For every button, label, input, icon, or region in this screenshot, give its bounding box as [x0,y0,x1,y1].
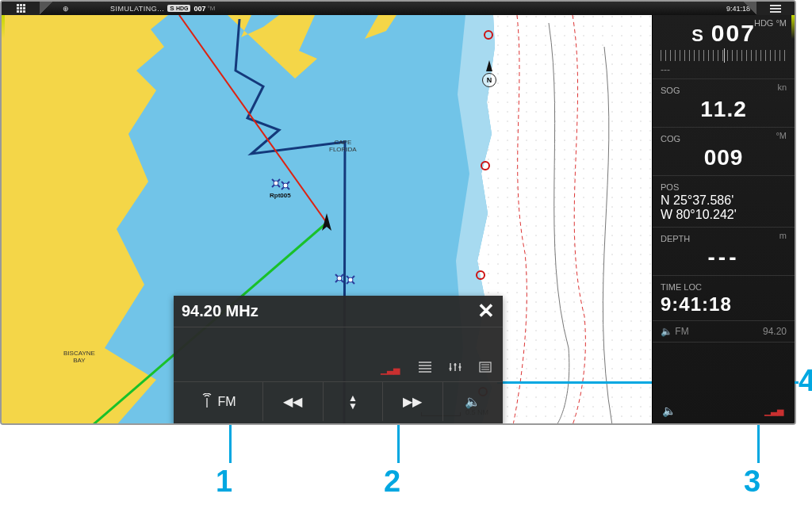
globe-button[interactable]: ⊕ [53,2,79,15]
waypoint-label: Rpt005 [270,192,291,199]
panel-heading[interactable]: HDG °M S 007 --- [653,15,795,79]
hdg-unit-label: HDG °M [754,18,787,28]
signal-icon: ▁▃▅ [764,406,783,416]
menu-button[interactable] [756,2,795,15]
instrument-bar: HDG °M S 007 --- SOG kn 11.2 COG °M 009 … [652,15,795,425]
signal-icon: ▁▃▅ [381,365,400,375]
hamburger-icon [770,5,781,13]
pos-latitude: N 25°37.586' [661,193,787,208]
svg-point-6 [283,183,288,188]
sliders-icon [449,362,462,373]
compass-n-label: N [482,73,496,87]
cog-label: COG [661,134,680,144]
rewind-icon: ◀◀ [283,394,302,409]
hdg-value: 007 [711,20,756,47]
antenna-icon [201,393,213,410]
accent-bar [791,15,795,39]
hdg-direction: S [691,25,703,46]
svg-point-15 [458,365,461,368]
north-arrow-icon [486,60,492,71]
heading-ruler [661,50,787,61]
menu-icon [479,362,492,373]
topbar-hdg-value: 007 [193,5,205,13]
panel-depth[interactable]: DEPTH m --- [653,228,795,276]
panel-time[interactable]: TIME LOC 9:41:18 [653,276,795,321]
favorites-button[interactable] [419,362,431,375]
panel-position[interactable]: POS N 25°37.586' W 80°10.242' [653,176,795,228]
sog-value: 11.2 [661,97,787,122]
svg-point-5 [274,181,278,186]
decor-chevron [743,2,757,15]
options-button[interactable] [449,362,462,375]
hdg-dash: --- [661,64,787,75]
svg-point-13 [449,367,451,369]
accent-bar [2,15,5,39]
next-button[interactable]: ▶▶ [383,382,442,421]
time-label: TIME LOC [661,282,702,292]
depth-value: --- [661,245,787,270]
list-icon [419,362,431,373]
decor-chevron [39,2,53,15]
speaker-icon: 🔈 [662,404,676,417]
callout-1: 1 [216,465,232,499]
cog-value: 009 [661,145,787,170]
apps-button[interactable] [2,2,40,15]
marine-display: ⊕ SIMULATING... S HDG 007 °M 9:41:18 [0,0,796,425]
north-indicator: N [481,60,497,92]
source-label: FM [218,395,236,409]
apps-icon [17,4,25,13]
speaker-icon: 🔈 [465,394,481,409]
panel-volume[interactable]: 🔈 ▁▃▅ [653,396,795,425]
prev-button[interactable]: ◀◀ [263,382,323,421]
audio-mini-panel[interactable]: 🔈 FM 94.20 [653,321,795,343]
cog-unit: °M [776,131,787,140]
audio-button-row: FM ◀◀ ▲ ▼ ▶▶ 🔈 [174,381,503,421]
sog-label: SOG [661,86,680,95]
audio-frequency: 94.20 MHz [182,302,259,320]
mini-band: FM [675,326,688,337]
hdg-prefix-pill: S HDG [167,5,190,12]
more-button[interactable] [479,362,492,375]
depth-label: DEPTH [661,234,690,243]
svg-point-14 [454,363,456,365]
time-value: 9:41:18 [661,293,787,316]
pos-longitude: W 80°10.242' [661,208,787,222]
panel-sog[interactable]: SOG kn 11.2 [653,79,795,128]
callout-3: 3 [744,465,760,499]
chart-label-bay: BISCAYNEBAY [63,350,95,364]
tune-buttons[interactable]: ▲ ▼ [324,382,383,421]
mini-frequency: 94.20 [763,326,787,337]
forward-icon: ▶▶ [403,394,422,409]
globe-icon: ⊕ [63,5,69,13]
source-button[interactable]: FM [174,382,263,421]
callout-2: 2 [384,465,400,499]
depth-unit: m [779,231,787,240]
tune-down-icon: ▼ [348,403,358,409]
topbar-hdg-unit: °M [208,5,216,12]
audio-controller: 94.20 MHz ✕ ▁▃▅ FM ◀◀ ▲ [174,296,503,425]
sog-unit: kn [777,82,787,92]
volume-button[interactable]: 🔈 [443,382,503,421]
svg-point-7 [337,276,342,281]
status-bar: ⊕ SIMULATING... S HDG 007 °M 9:41:18 [2,2,795,15]
panel-cog[interactable]: COG °M 009 [653,128,795,176]
simulation-status: SIMULATING... [110,5,164,13]
callout-4: 4 [799,364,812,398]
close-button[interactable]: ✕ [477,304,495,318]
svg-point-8 [348,277,353,282]
pos-label: POS [661,182,679,192]
chart-label-cape: CAPEFLORIDA [329,139,357,153]
